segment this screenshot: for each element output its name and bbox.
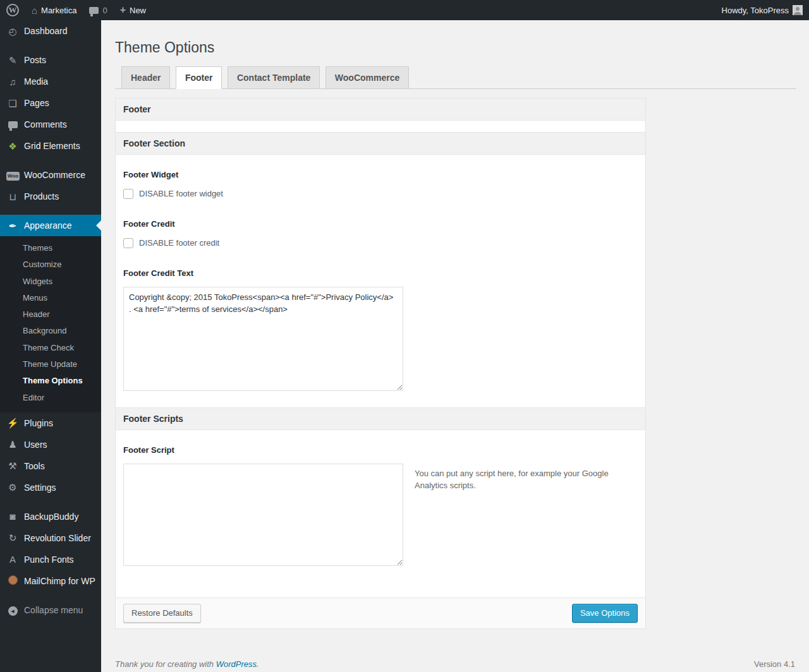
sidebar-item-label: Media bbox=[24, 76, 48, 87]
save-options-button[interactable]: Save Options bbox=[572, 604, 638, 623]
footer-widget-checkbox-row: DISABLE footer widget bbox=[123, 189, 638, 199]
sidebar-item-label: Punch Fonts bbox=[24, 555, 74, 565]
sidebar-item-label: MailChimp for WP bbox=[24, 576, 95, 586]
footer-credit-label: Footer Credit bbox=[123, 219, 638, 229]
footer-widget-checkbox[interactable] bbox=[123, 189, 133, 199]
woocommerce-icon: Woo bbox=[6, 169, 19, 181]
plugin-icon: ⚡ bbox=[6, 418, 19, 428]
appearance-brush-icon: ✒ bbox=[6, 221, 19, 231]
revolution-slider-icon: ↻ bbox=[6, 533, 19, 543]
sidebar-item-comments[interactable]: Comments bbox=[0, 114, 101, 135]
wp-logo-menu[interactable]: W bbox=[0, 0, 25, 20]
sidebar-item-posts[interactable]: ✎ Posts bbox=[0, 49, 101, 71]
collapse-arrow-icon: ◀ bbox=[6, 604, 19, 616]
submenu-item-editor[interactable]: Editor bbox=[0, 390, 101, 406]
submenu-item-menus[interactable]: Menus bbox=[0, 290, 101, 306]
sidebar-item-backupbuddy[interactable]: ◙ BackupBuddy bbox=[0, 506, 101, 527]
users-icon: ♟ bbox=[6, 440, 19, 449]
footer-credit-checkbox-row: DISABLE footer credit bbox=[123, 238, 638, 248]
sidebar-item-label: Comments bbox=[24, 119, 67, 129]
sidebar-item-label: Users bbox=[24, 440, 47, 450]
main-content: Theme Options Header Footer Contact Temp… bbox=[101, 20, 809, 672]
sidebar-item-label: Appearance bbox=[24, 220, 72, 231]
submenu-item-themes[interactable]: Themes bbox=[0, 240, 101, 256]
comments-icon bbox=[6, 120, 19, 129]
footer-script-input[interactable] bbox=[123, 464, 403, 566]
tab-contact-template[interactable]: Contact Template bbox=[228, 66, 320, 89]
sidebar-item-label: Products bbox=[24, 191, 59, 201]
sidebar-item-mailchimp[interactable]: MailChimp for WP bbox=[0, 570, 101, 592]
submenu-item-background[interactable]: Background bbox=[0, 323, 101, 339]
footer-credit-text-label: Footer Credit Text bbox=[123, 268, 638, 278]
collapse-menu-button[interactable]: ◀ Collapse menu bbox=[0, 599, 101, 621]
sidebar-item-revolution-slider[interactable]: ↻ Revolution Slider bbox=[0, 527, 101, 549]
sidebar-item-users[interactable]: ♟ Users bbox=[0, 434, 101, 455]
submenu-item-theme-check[interactable]: Theme Check bbox=[0, 340, 101, 356]
avatar bbox=[793, 5, 803, 15]
menu-separator bbox=[0, 157, 101, 164]
sidebar-item-products[interactable]: ⊔ Products bbox=[0, 186, 101, 207]
version-text: Version 4.1 bbox=[754, 659, 795, 669]
sidebar-item-label: BackupBuddy bbox=[24, 512, 78, 522]
appearance-submenu: Themes Customize Widgets Menus Header Ba… bbox=[0, 236, 101, 412]
admin-menu: ◴ Dashboard ✎ Posts ♫ Media ❏ Pages Comm… bbox=[0, 20, 101, 672]
tab-footer[interactable]: Footer bbox=[176, 66, 222, 89]
sidebar-item-tools[interactable]: ⚒ Tools bbox=[0, 455, 101, 477]
current-menu-arrow bbox=[96, 220, 101, 231]
submenu-item-customize[interactable]: Customize bbox=[0, 256, 101, 273]
sidebar-item-punch-fonts[interactable]: A Punch Fonts bbox=[0, 549, 101, 570]
punch-fonts-icon: A bbox=[6, 555, 19, 564]
thanks-suffix: . bbox=[257, 659, 259, 669]
admin-bar: W ⌂ Marketica 0 + New Howdy, TokoPress bbox=[0, 0, 809, 20]
comment-bubble-icon bbox=[89, 7, 99, 14]
sidebar-item-woocommerce[interactable]: Woo WooCommerce bbox=[0, 164, 101, 186]
sidebar-item-appearance[interactable]: ✒ Appearance bbox=[0, 215, 101, 236]
tab-header[interactable]: Header bbox=[121, 66, 170, 89]
footer-credit-text-input[interactable]: Copyright &copy; 2015 TokoPress<span><a … bbox=[123, 287, 403, 391]
pages-icon: ❏ bbox=[6, 99, 19, 108]
tab-woocommerce[interactable]: WooCommerce bbox=[325, 66, 409, 89]
sidebar-item-plugins[interactable]: ⚡ Plugins bbox=[0, 412, 101, 434]
wordpress-link[interactable]: WordPress bbox=[216, 659, 257, 669]
section-header-footer-scripts: Footer Scripts bbox=[116, 407, 645, 430]
footer-credit-checkbox-label[interactable]: DISABLE footer credit bbox=[139, 238, 219, 248]
sidebar-item-pages[interactable]: ❏ Pages bbox=[0, 92, 101, 114]
submenu-item-theme-update[interactable]: Theme Update bbox=[0, 356, 101, 373]
sidebar-item-label: Dashboard bbox=[24, 26, 68, 36]
footer-section-body: Footer Widget DISABLE footer widget Foot… bbox=[116, 155, 645, 407]
footer-script-row: You can put any script here, for example… bbox=[123, 455, 638, 566]
footer-thanks-text: Thank you for creating with WordPress. bbox=[115, 659, 259, 669]
wordpress-logo-icon: W bbox=[6, 4, 19, 16]
footer-credit-checkbox[interactable] bbox=[123, 238, 133, 248]
sidebar-item-dashboard[interactable]: ◴ Dashboard bbox=[0, 20, 101, 42]
cart-icon: ⊔ bbox=[6, 192, 19, 201]
sidebar-item-media[interactable]: ♫ Media bbox=[0, 71, 101, 92]
submenu-item-theme-options[interactable]: Theme Options bbox=[0, 373, 101, 389]
site-name: Marketica bbox=[41, 6, 76, 15]
restore-defaults-button[interactable]: Restore Defaults bbox=[123, 604, 201, 623]
thanks-prefix: Thank you for creating with bbox=[115, 659, 216, 669]
footer-widget-checkbox-label[interactable]: DISABLE footer widget bbox=[139, 189, 223, 198]
section-header-footer-section: Footer Section bbox=[116, 132, 645, 155]
comment-count: 0 bbox=[102, 6, 107, 15]
sidebar-item-settings[interactable]: ⚙ Settings bbox=[0, 477, 101, 498]
sidebar-item-grid-elements[interactable]: ❖ Grid Elements bbox=[0, 135, 101, 157]
site-name-link[interactable]: ⌂ Marketica bbox=[25, 0, 83, 20]
comments-admin-bar-link[interactable]: 0 bbox=[83, 0, 113, 20]
menu-separator bbox=[0, 498, 101, 506]
section-header-footer: Footer bbox=[116, 99, 645, 121]
howdy-text: Howdy, TokoPress bbox=[722, 6, 789, 15]
mailchimp-icon bbox=[6, 575, 19, 586]
grid-elements-icon: ❖ bbox=[6, 141, 19, 151]
new-content-menu[interactable]: + New bbox=[114, 0, 152, 20]
collapse-menu-label: Collapse menu bbox=[24, 605, 83, 615]
submenu-item-header[interactable]: Header bbox=[0, 306, 101, 323]
submenu-item-widgets[interactable]: Widgets bbox=[0, 273, 101, 290]
footer-widget-label: Footer Widget bbox=[123, 170, 638, 179]
footer-scripts-body: Footer Script You can put any script her… bbox=[116, 430, 645, 597]
home-icon: ⌂ bbox=[32, 5, 37, 16]
panel-button-bar: Restore Defaults Save Options bbox=[116, 597, 645, 628]
sidebar-item-label: Grid Elements bbox=[24, 141, 80, 151]
my-account-menu[interactable]: Howdy, TokoPress bbox=[715, 0, 809, 20]
sidebar-item-label: Plugins bbox=[24, 418, 53, 428]
